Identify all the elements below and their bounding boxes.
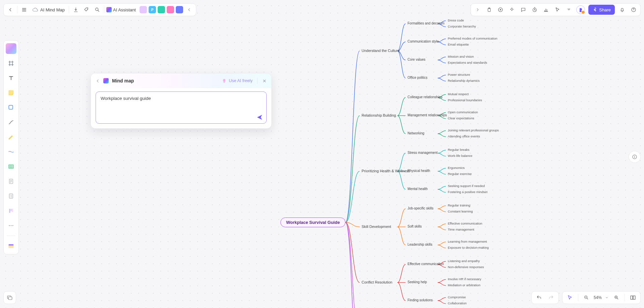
- help-icon[interactable]: [628, 4, 639, 15]
- dialog-back-icon[interactable]: [96, 79, 100, 83]
- kanban-tool-icon[interactable]: [6, 205, 16, 216]
- mindmap-leaf[interactable]: Involve HR if necessary: [448, 277, 481, 281]
- mindmap-subnode[interactable]: Soft skills: [408, 225, 422, 228]
- mindmap-leaf[interactable]: Mutual respect: [448, 92, 469, 96]
- mindmap-branch[interactable]: Prioritizing Health & Wellness: [362, 169, 410, 173]
- mindmap-subnode[interactable]: Networking: [408, 131, 424, 135]
- mindmap-root-node[interactable]: Workplace Survival Guide: [280, 218, 345, 227]
- mindmap-leaf[interactable]: Constant learning: [448, 209, 473, 213]
- collaborator-avatar[interactable]: [140, 6, 147, 13]
- mindmap-subnode[interactable]: Leadership skills: [408, 243, 432, 246]
- mindmap-subnode[interactable]: Formalities and decorum: [408, 21, 444, 25]
- zoom-label[interactable]: 54%: [593, 295, 602, 300]
- shape-tool-icon[interactable]: [6, 102, 16, 113]
- mindmap-leaf[interactable]: Effective communication: [448, 222, 482, 225]
- mindmap-leaf[interactable]: Seeking support if needed: [448, 184, 485, 188]
- chevron-right-icon[interactable]: [472, 4, 483, 15]
- collaborator-avatar[interactable]: [167, 6, 174, 13]
- zoom-in-button[interactable]: [611, 292, 622, 303]
- collaborator-avatar[interactable]: [176, 6, 183, 13]
- mindmap-leaf[interactable]: Listening and empathy: [448, 259, 480, 263]
- mindmap-subnode[interactable]: Stress management: [408, 151, 438, 155]
- mindmap-leaf[interactable]: Expectations and standards: [448, 61, 487, 64]
- connector-tool-icon[interactable]: [6, 117, 16, 128]
- mindmap-branch[interactable]: Relationship Building: [362, 113, 396, 117]
- mindmap-subnode[interactable]: Office politics: [408, 76, 427, 79]
- zoom-chevron-icon[interactable]: [604, 292, 610, 303]
- comment-icon[interactable]: [518, 4, 529, 15]
- mindmap-branch[interactable]: Conflict Resolution: [362, 280, 392, 284]
- sparkle-icon[interactable]: [506, 4, 517, 15]
- doc-tool-icon[interactable]: [6, 176, 16, 187]
- info-button[interactable]: [629, 151, 641, 163]
- avatar-chevron[interactable]: [184, 4, 195, 15]
- mindmap-leaf[interactable]: Clear expectations: [448, 116, 474, 120]
- more-chevron-icon[interactable]: [564, 4, 574, 15]
- mindmap-leaf[interactable]: Learning from management: [448, 240, 487, 243]
- mindmap-leaf[interactable]: Power structure: [448, 73, 470, 76]
- mindmap-subnode[interactable]: Job-specific skills: [408, 206, 433, 210]
- search-button[interactable]: [92, 4, 103, 15]
- menu-button[interactable]: [19, 4, 30, 15]
- frame-tool-icon[interactable]: [6, 58, 16, 69]
- back-button[interactable]: [5, 4, 16, 15]
- boardmix-badge[interactable]: [576, 5, 585, 14]
- dialog-input[interactable]: Workplace survival guide: [96, 91, 267, 124]
- mindmap-leaf[interactable]: Fostering a positive mindset: [448, 190, 487, 194]
- more-tools-icon[interactable]: [6, 220, 16, 231]
- mindmap-subnode[interactable]: Effective communication: [408, 262, 444, 266]
- table-tool-icon[interactable]: [6, 161, 16, 172]
- tag-button[interactable]: [81, 4, 92, 15]
- mindmap-subnode[interactable]: Seeking help: [408, 280, 427, 284]
- mindmap-leaf[interactable]: Time management: [448, 228, 474, 231]
- mindmap-leaf[interactable]: Regular breaks: [448, 148, 469, 151]
- clipboard-icon[interactable]: [484, 4, 494, 15]
- document-title[interactable]: AI Mind Map: [30, 7, 67, 13]
- mindmap-branch[interactable]: Skill Development: [362, 225, 391, 229]
- mindmap-leaf[interactable]: Work-life balance: [448, 154, 472, 158]
- share-button[interactable]: Share: [588, 5, 615, 15]
- collaborator-avatar[interactable]: P: [149, 6, 156, 13]
- text-tool-icon[interactable]: [6, 73, 16, 83]
- redo-button[interactable]: [546, 292, 556, 303]
- chart-icon[interactable]: [541, 4, 551, 15]
- undo-button[interactable]: [534, 292, 544, 303]
- sticky-note-tool-icon[interactable]: [6, 87, 16, 98]
- dialog-close-icon[interactable]: [262, 79, 267, 83]
- pointer-mode-button[interactable]: [565, 292, 575, 303]
- bell-icon[interactable]: [617, 4, 628, 15]
- mindmap-leaf[interactable]: Collaboration: [448, 301, 467, 305]
- mindmap-leaf[interactable]: Non-defensive responses: [448, 265, 484, 269]
- mindmap-subnode[interactable]: Core values: [408, 58, 425, 61]
- use-ai-link[interactable]: Use AI freely: [222, 78, 253, 83]
- mindmap-leaf[interactable]: Exposure to decision-making: [448, 246, 489, 249]
- mindmap-tool-icon[interactable]: [6, 146, 16, 157]
- mindmap-leaf[interactable]: Preferred modes of communication: [448, 37, 497, 40]
- mindmap-leaf[interactable]: Ergonomics: [448, 166, 465, 170]
- fit-view-button[interactable]: [628, 292, 638, 303]
- mindmap-leaf[interactable]: Mission and vision: [448, 55, 474, 58]
- timer-icon[interactable]: [529, 4, 540, 15]
- mindmap-subnode[interactable]: Colleague relationships: [408, 95, 442, 99]
- zoom-out-button[interactable]: [581, 292, 592, 303]
- mindmap-leaf[interactable]: Relationship dynamics: [448, 79, 480, 82]
- ai-assistant-button[interactable]: AI Assistant: [106, 7, 139, 12]
- mindmap-leaf[interactable]: Regular training: [448, 203, 470, 207]
- layers-button[interactable]: [3, 291, 16, 304]
- mindmap-subnode[interactable]: Mental health: [408, 187, 428, 191]
- mindmap-leaf[interactable]: Open communication: [448, 110, 478, 114]
- mindmap-leaf[interactable]: Regular exercise: [448, 172, 472, 176]
- mindmap-leaf[interactable]: Professional boundaries: [448, 98, 482, 102]
- download-button[interactable]: [70, 4, 81, 15]
- mindmap-subnode[interactable]: Physical health: [408, 169, 430, 173]
- mindmap-leaf[interactable]: Attending office events: [448, 134, 480, 138]
- mindmap-subnode[interactable]: Finding solutions: [408, 298, 433, 302]
- send-icon[interactable]: [256, 114, 263, 121]
- mindmap-subnode[interactable]: Management relationships: [408, 113, 447, 117]
- list-tool-icon[interactable]: [6, 191, 16, 201]
- mindmap-branch[interactable]: Understand the Culture: [362, 49, 400, 53]
- ai-tool-icon[interactable]: [6, 43, 16, 54]
- collaborator-avatar[interactable]: [158, 6, 165, 13]
- mindmap-leaf[interactable]: Mediation or arbitration: [448, 283, 480, 287]
- mindmap-leaf[interactable]: Joining relevant professional groups: [448, 128, 499, 132]
